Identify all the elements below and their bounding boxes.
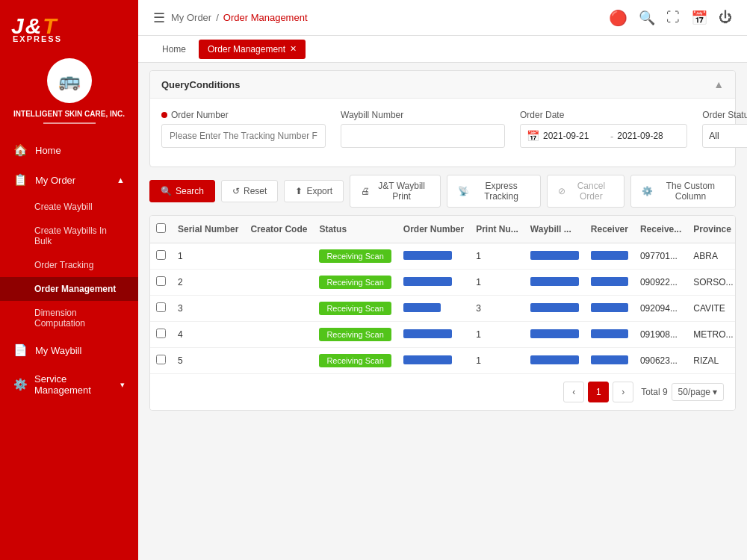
sidebar-item-home[interactable]: 🏠 Home: [0, 135, 138, 165]
row-3-status: Receiving Scan: [313, 296, 397, 322]
waybill-icon: 📄: [13, 343, 28, 357]
select-all-checkbox[interactable]: [156, 223, 166, 233]
data-table-section: Serial Number Creator Code Status Order …: [149, 215, 736, 411]
order-status-select[interactable]: All: [702, 124, 747, 148]
col-serial: Serial Number: [172, 216, 244, 243]
row-5-waybill: [524, 348, 585, 374]
sidebar-item-create-waybills-bulk[interactable]: Create Waybills In Bulk: [0, 219, 138, 253]
row-2-print-num: 1: [470, 270, 524, 296]
breadcrumb: My Order / Order Management: [171, 12, 308, 23]
circle-icon[interactable]: 🔴: [609, 9, 627, 27]
row-2-checkbox[interactable]: [156, 276, 166, 286]
row-4-print-num: 1: [470, 322, 524, 348]
row-4-checkbox[interactable]: [156, 329, 166, 338]
row-2-order-number: [397, 270, 470, 296]
hamburger-icon[interactable]: ☰: [153, 10, 165, 26]
express-tracking-button[interactable]: 📡 Express Tracking: [447, 175, 541, 208]
row-5-print-num: 1: [470, 348, 524, 374]
waybill-icon: 🖨: [361, 186, 370, 196]
query-conditions: QueryConditions ▲ Order Number: [149, 70, 736, 167]
prev-page-button[interactable]: ‹: [563, 382, 584, 402]
row-3-serial: 3: [172, 296, 244, 322]
row-5-checkbox[interactable]: [156, 355, 166, 364]
waybill-print-button[interactable]: 🖨 J&T Waybill Print: [350, 175, 441, 208]
row-1-checkbox[interactable]: [156, 250, 166, 260]
sidebar-item-order-tracking[interactable]: Order Tracking: [0, 253, 138, 277]
tab-order-management-label: Order Management: [208, 44, 285, 55]
row-4-creator: [244, 322, 313, 348]
page-1-button[interactable]: 1: [588, 382, 609, 402]
col-creator: Creator Code: [244, 216, 313, 243]
reset-button[interactable]: ↺ Reset: [221, 180, 278, 202]
breadcrumb-current: Order Management: [223, 12, 308, 23]
row-2-status: Receiving Scan: [313, 270, 397, 296]
col-status: Status: [313, 216, 397, 243]
col-order-number: Order Number: [397, 216, 470, 243]
order-number-field: Order Number: [161, 110, 326, 148]
company-name: INTELLIGENT SKIN CARE, INC.: [6, 109, 132, 119]
sidebar-item-service-management[interactable]: ⚙️ Service Management ▾: [0, 365, 138, 404]
home-icon: 🏠: [13, 143, 28, 157]
sidebar-item-create-waybill[interactable]: Create Waybill: [0, 195, 138, 219]
sidebar-item-dimension-computation-label: Dimension Computation: [34, 308, 125, 329]
search-button[interactable]: 🔍 Search: [149, 180, 215, 202]
sidebar-item-my-order[interactable]: 📋 My Order ▲: [0, 165, 138, 195]
row-2-creator: [244, 270, 313, 296]
collapse-icon[interactable]: ▲: [713, 78, 724, 90]
query-header: QueryConditions ▲: [150, 71, 735, 99]
tab-home[interactable]: Home: [153, 40, 195, 59]
settings-icon: ⚙️: [642, 186, 653, 196]
row-3-print-num: 3: [470, 296, 524, 322]
col-print-num: Print Nu...: [470, 216, 524, 243]
export-icon: ⬆: [295, 186, 303, 196]
page-size-arrow: ▾: [713, 387, 717, 397]
export-label: Export: [306, 186, 332, 196]
cancel-order-button[interactable]: ⊘ Cancel Order: [547, 175, 624, 208]
total-info: Total 9: [641, 387, 667, 397]
next-page-button[interactable]: ›: [613, 382, 633, 402]
power-icon[interactable]: ⏻: [719, 10, 732, 25]
custom-column-label: The Custom Column: [657, 181, 725, 202]
main-content: ☰ My Order / Order Management 🔴 🔍 ⛶ 📅 ⏻ …: [138, 0, 747, 560]
calendar-topbar-icon[interactable]: 📅: [691, 10, 707, 26]
cancel-icon: ⊘: [558, 186, 565, 196]
reset-icon: ↺: [232, 186, 240, 196]
row-4-status: Receiving Scan: [313, 322, 397, 348]
order-number-input[interactable]: [161, 124, 326, 148]
sidebar-item-service-management-label: Service Management: [34, 373, 113, 396]
row-3-receive: 092094...: [634, 296, 687, 322]
waybill-number-input[interactable]: [341, 124, 505, 148]
sidebar-item-my-waybill[interactable]: 📄 My Waybill: [0, 335, 138, 365]
tab-order-management[interactable]: Order Management ✕: [199, 40, 306, 59]
sidebar-item-order-management[interactable]: Order Management: [0, 277, 138, 301]
expand-icon[interactable]: ⛶: [666, 10, 680, 25]
row-1-print-num: 1: [470, 243, 524, 270]
row-2-serial: 2: [172, 270, 244, 296]
table-body: 1 Receiving Scan 1 097701... ABRA BANGU.…: [150, 243, 736, 374]
row-3-receiver: [585, 296, 634, 322]
col-receiver: Receiver: [585, 216, 634, 243]
search-topbar-icon[interactable]: 🔍: [639, 10, 655, 26]
col-waybill: Waybill ...: [524, 216, 585, 243]
row-2-waybill: [524, 270, 585, 296]
date-range-picker[interactable]: 📅 -: [520, 124, 687, 148]
custom-column-button[interactable]: ⚙️ The Custom Column: [630, 175, 736, 208]
order-date-field: Order Date 📅 -: [520, 110, 687, 148]
order-status-select-wrapper: All: [702, 124, 747, 148]
tab-close-icon[interactable]: ✕: [290, 44, 297, 54]
breadcrumb-parent[interactable]: My Order: [171, 12, 211, 23]
order-date-label: Order Date: [520, 110, 687, 120]
table-row: 3 Receiving Scan 3 092094... CAVITE TAGA…: [150, 296, 736, 322]
row-3-checkbox[interactable]: [156, 302, 166, 312]
table-row: 5 Receiving Scan 1 090623... RIZAL ANGON…: [150, 348, 736, 374]
row-4-order-number: [397, 322, 470, 348]
row-2-province: SORSO...: [687, 270, 736, 296]
date-to-input[interactable]: [617, 131, 681, 141]
export-button[interactable]: ⬆ Export: [284, 180, 344, 202]
row-1-status: Receiving Scan: [313, 243, 397, 270]
date-from-input[interactable]: [543, 131, 607, 141]
page-size-selector[interactable]: 50/page ▾: [672, 383, 724, 401]
waybill-number-field: Waybill Number: [341, 110, 505, 148]
col-receive: Receive...: [634, 216, 687, 243]
sidebar-item-dimension-computation[interactable]: Dimension Computation: [0, 301, 138, 335]
